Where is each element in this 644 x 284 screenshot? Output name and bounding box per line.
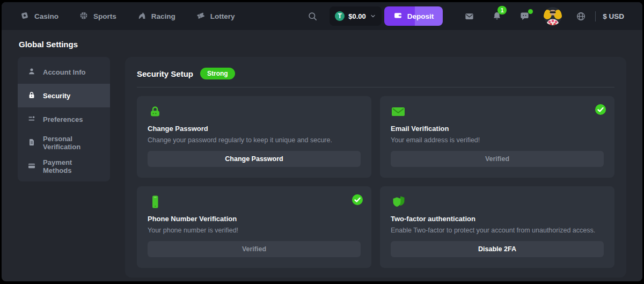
sidebar-item-label: Preferences (43, 115, 83, 123)
card-description: Change your password regularly to keep i… (148, 136, 361, 144)
sidebar-item-label: Payment Methods (43, 158, 100, 174)
card-description: Your email address is verified! (391, 136, 604, 144)
nav-link-racing[interactable]: Racing (137, 11, 175, 22)
card-two-factor: Two-factor authentication Enable Two-fac… (380, 186, 614, 268)
balance-dropdown[interactable]: T $0.00 (330, 6, 382, 26)
wallet-icon (393, 11, 402, 21)
sidebar-item-label: Security (43, 92, 70, 100)
mail-icon[interactable] (464, 11, 474, 21)
nav-link-lottery[interactable]: Lottery (196, 11, 235, 22)
deposit-label: Deposit (407, 12, 434, 20)
bell-icon[interactable]: 1 (492, 11, 502, 21)
phone-icon (148, 195, 361, 209)
nav-links: Casino Sports Racing Lottery (20, 11, 235, 22)
currency-selector[interactable]: $ USD (603, 12, 624, 20)
deposit-button[interactable]: Deposit (384, 6, 443, 26)
tether-coin-icon: T (335, 11, 345, 21)
card-title: Email Verification (391, 125, 604, 133)
avatar[interactable] (544, 7, 562, 25)
nav-link-label: Racing (151, 12, 175, 20)
sidebar-item-account-info[interactable]: Account Info (18, 60, 110, 84)
card-title: Change Password (148, 125, 361, 133)
nav-link-label: Sports (93, 12, 116, 20)
security-cards: Change Password Change your password reg… (137, 96, 614, 268)
content-area: Global Settings Account Info Security (2, 30, 642, 281)
strength-badge: Strong (200, 68, 235, 79)
online-dot (528, 9, 533, 14)
email-verified-button[interactable]: Verified (391, 151, 604, 167)
settings-sidebar: Account Info Security Preferences (18, 57, 110, 181)
phone-verified-button[interactable]: Verified (148, 241, 361, 257)
card-change-password: Change Password Change your password reg… (137, 96, 371, 178)
security-panel: Security Setup Strong Change Password Ch… (125, 57, 626, 278)
card-description: Your phone number is verified! (148, 227, 361, 234)
page-title: Global Settings (19, 40, 626, 49)
search-icon[interactable] (308, 11, 318, 21)
sidebar-item-preferences[interactable]: Preferences (18, 107, 110, 131)
casino-icon (20, 11, 30, 22)
card-email-verification: Email Verification Your email address is… (380, 96, 614, 178)
sidebar-item-label: Personal Verification (43, 135, 100, 151)
disable-2fa-button[interactable]: Disable 2FA (391, 241, 604, 257)
lottery-icon (196, 11, 206, 22)
two-shields-icon (391, 195, 604, 209)
top-navbar: Casino Sports Racing Lottery (2, 2, 642, 30)
sidebar-item-personal-verification[interactable]: Personal Verification (18, 131, 110, 155)
app-window: Casino Sports Racing Lottery (2, 2, 642, 281)
sidebar-item-label: Account Info (43, 68, 85, 76)
divider (595, 11, 596, 21)
card-title: Phone Number Verification (148, 215, 361, 223)
password-lock-icon (148, 105, 361, 119)
nav-link-label: Lottery (210, 12, 235, 20)
sidebar-item-security[interactable]: Security (18, 84, 110, 107)
sidebar-item-payment-methods[interactable]: Payment Methods (18, 155, 110, 178)
verified-check-icon (352, 194, 363, 207)
email-icon (391, 105, 604, 119)
nav-link-sports[interactable]: Sports (79, 11, 116, 22)
sports-icon (79, 11, 89, 22)
credit-card-icon (27, 162, 36, 172)
card-phone-verification: Phone Number Verification Your phone num… (137, 186, 371, 268)
chevron-down-icon (370, 13, 376, 19)
notification-badge: 1 (497, 6, 507, 14)
lock-icon (27, 91, 36, 101)
sliders-icon (27, 114, 36, 125)
card-title: Two-factor authentication (391, 215, 604, 223)
nav-right: T $0.00 Deposit 1 (308, 6, 624, 26)
nav-link-casino[interactable]: Casino (20, 11, 58, 22)
globe-icon[interactable] (576, 11, 586, 21)
racing-icon (137, 11, 147, 22)
verified-check-icon (595, 104, 606, 117)
person-icon (27, 67, 36, 77)
balance-amount: $0.00 (348, 12, 366, 20)
chat-icon[interactable] (519, 11, 530, 21)
panel-title: Security Setup (137, 69, 193, 78)
document-icon (27, 138, 36, 148)
divider (137, 87, 614, 88)
card-description: Enable Two-factor to protect your accoun… (391, 227, 604, 234)
change-password-button[interactable]: Change Password (148, 151, 361, 167)
nav-link-label: Casino (34, 12, 58, 20)
